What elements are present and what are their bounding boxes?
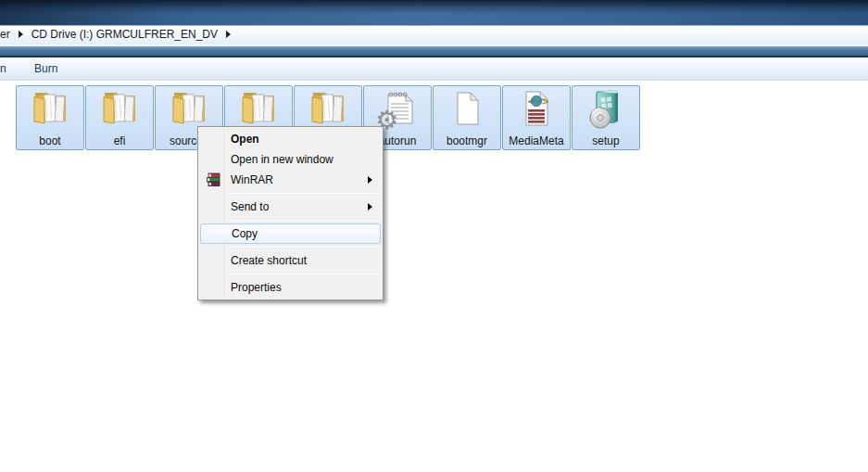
folder-icon: [237, 88, 280, 131]
menu-separator: [229, 193, 380, 194]
address-bar: erCD Drive (I:) GRMCULFRER_EN_DV: [0, 26, 868, 45]
menu-item-open[interactable]: Open: [200, 129, 381, 149]
winrar-icon: [206, 172, 221, 194]
breadcrumb-arrow-icon[interactable]: [226, 31, 231, 38]
installer-box-disc-icon: [585, 88, 627, 134]
toolbar-item-truncated[interactable]: n: [0, 57, 6, 80]
explorer-window: erCD Drive (I:) GRMCULFRER_EN_DV n Burn …: [0, 0, 868, 472]
folder-icon: [168, 88, 210, 131]
file-label: setup: [572, 134, 639, 147]
menu-item-copy[interactable]: Copy: [200, 223, 381, 244]
file-item-setup[interactable]: setup: [572, 85, 640, 150]
file-item-boot[interactable]: boot: [16, 85, 84, 150]
file-label: bootmgr: [434, 134, 500, 147]
menu-separator: [229, 220, 380, 221]
breadcrumb-location[interactable]: CD Drive (I:) GRMCULFRER_EN_DV: [31, 26, 218, 44]
menu-item-properties[interactable]: Properties: [200, 277, 381, 298]
file-label: MediaMeta: [503, 134, 570, 147]
file-item-mediameta[interactable]: < > MediaMeta: [502, 85, 571, 150]
file-item-efi[interactable]: efi: [85, 85, 154, 150]
menu-item-send-to[interactable]: Send to: [200, 197, 381, 217]
menu-item-winrar[interactable]: WinRAR: [200, 170, 381, 190]
file-item-bootmgr[interactable]: bootmgr: [433, 85, 501, 150]
command-toolbar: n Burn: [0, 57, 868, 81]
window-titlebar[interactable]: [0, 0, 868, 26]
menu-item-label: WinRAR: [231, 173, 273, 186]
menu-item-label: Send to: [231, 200, 269, 213]
menu-separator: [229, 247, 380, 248]
breadcrumb-truncated-segment[interactable]: er: [0, 26, 10, 44]
chrome-divider-band: [0, 45, 868, 57]
file-list-area[interactable]: boot efi: [0, 81, 868, 472]
xml-document-icon: < >: [515, 88, 558, 134]
menu-separator: [229, 274, 380, 274]
submenu-arrow-icon: [368, 203, 372, 210]
toolbar-item-burn[interactable]: Burn: [34, 57, 57, 80]
context-menu: Open Open in new window WinRAR Send to: [197, 126, 384, 300]
file-label: boot: [17, 134, 83, 147]
folder-icon: [307, 88, 349, 131]
folder-icon: [98, 88, 141, 131]
svg-text:>: >: [541, 96, 549, 108]
folder-icon: [29, 88, 71, 131]
submenu-arrow-icon: [368, 176, 372, 184]
file-label: efi: [86, 134, 153, 147]
menu-item-create-shortcut[interactable]: Create shortcut: [200, 250, 381, 271]
breadcrumb-arrow-icon[interactable]: [19, 31, 23, 38]
menu-item-open-new-window[interactable]: Open in new window: [200, 149, 381, 170]
file-icon: [446, 88, 488, 134]
